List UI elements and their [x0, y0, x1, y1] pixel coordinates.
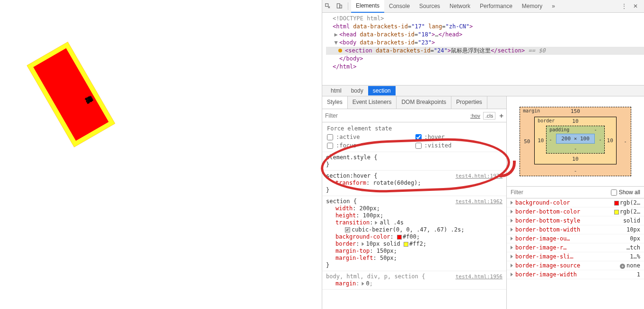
computed-list[interactable]: background-colorrgb(2…border-bottom-colo… — [507, 198, 644, 309]
section-text: 鼠标悬浮到这里 — [95, 92, 99, 99]
rendered-section[interactable]: 鼠标悬浮到这里 — [27, 42, 115, 147]
computed-row[interactable]: border-bottom-width10px — [507, 225, 644, 234]
dom-selected-node[interactable]: <section data-brackets-id="24">鼠标悬浮到这里</… — [326, 47, 644, 55]
computed-row[interactable]: border-image-source+none — [507, 261, 644, 270]
menu-icon[interactable]: ⋮ — [620, 2, 628, 10]
tab-more[interactable]: » — [547, 0, 560, 12]
rule-link[interactable]: test4.html:1962 — [456, 198, 503, 205]
css-rules[interactable]: element.style { } test4.html:1971 sectio… — [322, 152, 506, 309]
tab-styles[interactable]: Styles — [322, 96, 348, 109]
computed-row[interactable]: border-bottom-stylesolid — [507, 216, 644, 225]
breadcrumb: html body section — [322, 85, 644, 96]
computed-row[interactable]: border-image-ou…0px — [507, 234, 644, 243]
computed-row[interactable]: border-image-width1 — [507, 270, 644, 279]
computed-row[interactable]: background-colorrgb(2… — [507, 198, 644, 207]
box-model-diagram[interactable]: margin 150 50 - - border 10 10 10 10 pad… — [507, 96, 644, 186]
tab-memory[interactable]: Memory — [517, 0, 547, 12]
show-all-toggle[interactable]: Show all — [611, 189, 640, 196]
close-icon[interactable]: ✕ — [632, 2, 639, 10]
computed-row[interactable]: border-image-sli…1…% — [507, 252, 644, 261]
tab-console[interactable]: Console — [384, 0, 415, 12]
state-active[interactable]: :active — [327, 134, 414, 140]
inspect-icon[interactable] — [324, 2, 332, 10]
tab-properties[interactable]: Properties — [451, 96, 487, 109]
tab-elements[interactable]: Elements — [351, 0, 384, 13]
computed-row[interactable]: border-bottom-colorrgb(2… — [507, 207, 644, 216]
rule-link[interactable]: test4.html:1971 — [456, 172, 503, 180]
dom-tree[interactable]: <!DOCTYPE html> <html data-brackets-id="… — [322, 13, 644, 85]
tab-event-listeners[interactable]: Event Listeners — [348, 96, 397, 109]
tab-dom-breakpoints[interactable]: DOM Breakpoints — [397, 96, 451, 109]
styles-filter-input[interactable] — [325, 112, 468, 119]
svg-rect-0 — [326, 4, 328, 7]
breadcrumb-html[interactable]: html — [326, 86, 346, 95]
state-visited[interactable]: :visited — [415, 142, 502, 149]
devtools-tabbar: Elements Console Sources Network Perform… — [322, 0, 644, 13]
svg-rect-2 — [340, 5, 342, 8]
tab-network[interactable]: Network — [445, 0, 475, 12]
styles-pane-tabs: Styles Event Listeners DOM Breakpoints P… — [322, 96, 506, 109]
page-viewport: 鼠标悬浮到这里 — [0, 0, 322, 309]
breadcrumb-section[interactable]: section — [368, 86, 396, 95]
device-toggle-icon[interactable] — [335, 2, 343, 10]
new-rule-button[interactable]: + — [499, 112, 503, 120]
force-state-panel: Force element state :active :hover :focu… — [322, 122, 506, 152]
svg-rect-1 — [337, 4, 340, 8]
rule-link[interactable]: test4.html:1956 — [456, 273, 503, 280]
computed-row[interactable]: border-image-r……tch — [507, 243, 644, 252]
hov-toggle[interactable]: :hov — [470, 113, 480, 119]
force-state-title: Force element state — [327, 125, 502, 132]
breadcrumb-body[interactable]: body — [346, 86, 368, 95]
computed-filter-input[interactable] — [511, 189, 611, 196]
tab-performance[interactable]: Performance — [475, 0, 517, 12]
devtools-panel: Elements Console Sources Network Perform… — [322, 0, 644, 309]
state-focus[interactable]: :focus — [327, 142, 414, 149]
tab-sources[interactable]: Sources — [415, 0, 445, 12]
state-hover[interactable]: :hover — [415, 134, 502, 140]
cls-toggle[interactable]: .cls — [483, 112, 496, 120]
